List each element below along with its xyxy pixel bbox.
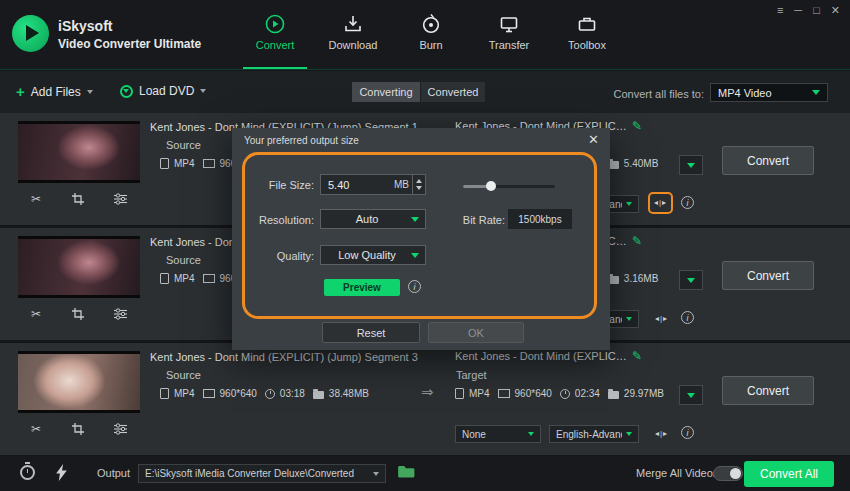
spinner-control[interactable]	[412, 175, 425, 194]
crop-icon[interactable]	[72, 308, 84, 320]
tab-burn[interactable]: Burn	[392, 13, 470, 51]
av-sync-icon[interactable]: ◂|▸	[648, 192, 673, 214]
schedule-icon[interactable]	[20, 465, 35, 480]
target-format-dropdown[interactable]	[679, 385, 703, 405]
add-files-button[interactable]: + Add Files	[16, 84, 93, 99]
file-size-field[interactable]: MB	[320, 174, 426, 195]
file-size-label: File Size:	[238, 179, 314, 191]
effects-icon[interactable]	[114, 193, 127, 205]
source-label: Source	[166, 139, 201, 151]
chevron-down-icon	[411, 253, 419, 258]
convert-icon	[264, 13, 286, 35]
trim-icon[interactable]: ✂	[31, 308, 41, 320]
info-icon[interactable]: i	[681, 196, 694, 209]
subtitle-dropdown[interactable]: None	[455, 425, 541, 443]
spinner-up-icon[interactable]	[416, 179, 422, 183]
tab-download[interactable]: Download	[314, 13, 392, 51]
size-icon	[608, 391, 619, 399]
crop-icon[interactable]	[72, 423, 84, 435]
audio-dropdown[interactable]: English-Advanc...	[549, 425, 639, 443]
minimize-icon[interactable]: ─	[794, 4, 802, 17]
close-icon[interactable]: ✕	[588, 132, 599, 147]
brand-line1: iSkysoft	[58, 17, 201, 36]
thumbnail-image	[18, 124, 140, 180]
video-thumbnail[interactable]	[18, 351, 140, 413]
maximize-icon[interactable]: □	[813, 4, 820, 17]
spinner-down-icon[interactable]	[416, 186, 422, 190]
close-window-icon[interactable]: ✕	[831, 4, 840, 17]
ok-button[interactable]: OK	[428, 322, 524, 343]
effects-icon[interactable]	[114, 423, 127, 435]
video-thumbnail[interactable]	[18, 121, 140, 183]
tab-convert[interactable]: Convert	[236, 13, 314, 51]
output-format-dropdown[interactable]: MP4 Video	[710, 83, 828, 102]
file-size-slider[interactable]	[463, 180, 555, 192]
tab-converted[interactable]: Converted	[421, 82, 485, 102]
rename-icon[interactable]: ✎	[632, 235, 642, 247]
load-dvd-button[interactable]: Load DVD	[120, 84, 206, 98]
info-icon[interactable]: i	[681, 311, 694, 324]
toolbox-icon	[576, 13, 598, 35]
tab-toolbox-label: Toolbox	[548, 39, 626, 51]
convert-all-files-label: Convert all files to:	[614, 88, 704, 100]
rename-icon[interactable]: ✎	[632, 350, 642, 362]
crop-icon[interactable]	[72, 193, 84, 205]
format-icon	[160, 158, 169, 169]
edit-tools: ✂	[18, 189, 140, 209]
duration-icon	[560, 389, 570, 399]
tab-converting[interactable]: Converting	[352, 82, 420, 102]
video-thumbnail[interactable]	[18, 236, 140, 298]
output-format-value: MP4 Video	[718, 87, 808, 99]
target-format-dropdown[interactable]	[679, 155, 703, 175]
quality-dropdown[interactable]: Low Quality	[320, 245, 426, 265]
menu-icon[interactable]: ≡	[777, 4, 783, 17]
slider-knob[interactable]	[486, 181, 496, 191]
target-label: Target	[456, 369, 487, 381]
convert-button[interactable]: Convert	[722, 261, 814, 290]
convert-button[interactable]: Convert	[722, 376, 814, 405]
source-label: Source	[166, 369, 201, 381]
app-window: iSkysoft Video Converter Ultimate Conver…	[0, 0, 850, 491]
preview-button[interactable]: Preview	[324, 279, 400, 296]
trim-icon[interactable]: ✂	[31, 423, 41, 435]
tab-download-label: Download	[314, 39, 392, 51]
active-tab-underline	[243, 67, 307, 69]
merge-all-videos-label: Merge All Videos	[636, 467, 718, 479]
merge-toggle[interactable]	[713, 466, 743, 481]
file-size-input[interactable]	[321, 179, 365, 191]
av-sync-icon[interactable]: ◂|▸	[653, 312, 670, 326]
open-folder-icon[interactable]	[398, 465, 415, 478]
trim-icon[interactable]: ✂	[31, 193, 41, 205]
rename-icon[interactable]: ✎	[632, 120, 642, 132]
tab-toolbox[interactable]: Toolbox	[548, 13, 626, 51]
tab-burn-label: Burn	[392, 39, 470, 51]
toggle-knob[interactable]	[730, 468, 741, 479]
resolution-dropdown[interactable]: Auto	[320, 209, 426, 229]
resolution-label: Resolution:	[234, 214, 314, 226]
preview-info-icon[interactable]: i	[408, 280, 421, 293]
chevron-down-icon	[528, 432, 534, 436]
chevron-down-icon	[687, 163, 695, 168]
chevron-down-icon	[87, 90, 93, 94]
add-files-label: Add Files	[31, 85, 81, 99]
convert-button[interactable]: Convert	[722, 146, 814, 175]
download-icon	[342, 13, 364, 35]
quality-label: Quality:	[238, 250, 314, 262]
source-file-title: Kent Jones - Dont Mind (EXPLICIT) (Jump)…	[150, 351, 425, 363]
duration-icon	[265, 389, 275, 399]
chevron-down-icon	[626, 317, 632, 321]
effects-icon[interactable]	[114, 308, 127, 320]
convert-all-button[interactable]: Convert All	[744, 461, 834, 487]
target-format-dropdown[interactable]	[679, 270, 703, 290]
info-icon[interactable]: i	[681, 426, 694, 439]
format-icon	[160, 273, 169, 284]
resolution-icon	[203, 159, 215, 168]
high-speed-icon[interactable]	[56, 464, 67, 481]
bit-rate-value[interactable]: 1500kbps	[508, 209, 572, 229]
reset-button[interactable]: Reset	[322, 322, 420, 343]
transfer-icon	[498, 13, 520, 35]
output-path-dropdown[interactable]: E:\iSkysoft iMedia Converter Deluxe\Conv…	[138, 464, 386, 483]
bit-rate-label: Bit Rate:	[430, 214, 505, 226]
tab-transfer[interactable]: Transfer	[470, 13, 548, 51]
av-sync-icon[interactable]: ◂|▸	[653, 427, 670, 441]
